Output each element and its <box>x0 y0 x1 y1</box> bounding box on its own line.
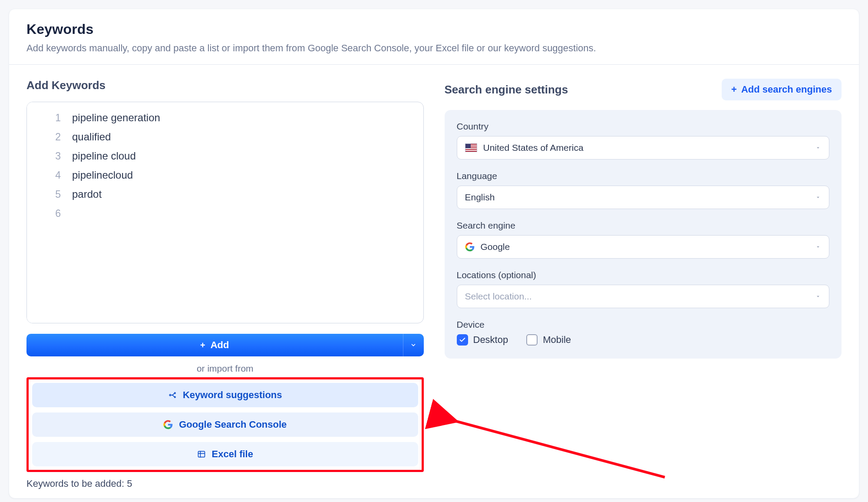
keywords-count-label: Keywords to be added: 5 <box>26 478 424 489</box>
plus-icon: + <box>200 340 205 350</box>
add-keywords-title: Add Keywords <box>26 79 424 92</box>
svg-point-2 <box>174 396 175 398</box>
keyword-line[interactable]: pipelinecloud <box>72 166 416 185</box>
chevron-down-icon <box>815 293 821 299</box>
country-label: Country <box>457 121 830 132</box>
svg-rect-3 <box>198 451 205 457</box>
add-button-label: Add <box>211 339 229 351</box>
device-desktop-checkbox[interactable]: Desktop <box>457 334 508 346</box>
import-excel-button[interactable]: Excel file <box>32 442 418 466</box>
keywords-textarea[interactable]: 123456 pipeline generation qualified pip… <box>26 102 424 323</box>
settings-title: Search engine settings <box>445 83 568 96</box>
chevron-down-icon <box>815 244 821 250</box>
check-icon <box>459 336 466 343</box>
language-label: Language <box>457 171 830 181</box>
device-field: Device Desktop Mobile <box>457 319 830 346</box>
keywords-card: Keywords Add keywords manually, copy and… <box>9 9 859 499</box>
chevron-down-icon <box>815 145 821 151</box>
google-icon <box>163 420 173 429</box>
engine-select[interactable]: Google <box>457 235 830 259</box>
add-keywords-column: Add Keywords 123456 pipeline generation … <box>26 79 424 489</box>
card-header: Keywords Add keywords manually, copy and… <box>9 9 859 65</box>
device-desktop-label: Desktop <box>473 334 508 346</box>
settings-panel: Country United States of America <box>445 110 842 359</box>
country-field: Country United States of America <box>457 121 830 160</box>
keyword-line[interactable]: qualified <box>72 127 416 146</box>
page-title: Keywords <box>26 21 842 37</box>
page-subtitle: Add keywords manually, copy and paste a … <box>26 43 842 54</box>
locations-label: Locations (optional) <box>457 270 830 280</box>
keywords-lines[interactable]: pipeline generation qualified pipeline c… <box>64 102 423 323</box>
import-keyword-suggestions-label: Keyword suggestions <box>183 389 282 401</box>
import-options-annotation: Keyword suggestions Google Search Consol… <box>26 377 424 472</box>
language-field: Language English <box>457 171 830 209</box>
add-search-engines-label: Add search engines <box>741 84 832 95</box>
locations-select[interactable]: Select location... <box>457 285 830 308</box>
engine-field: Search engine Google <box>457 220 830 259</box>
keywords-gutter: 123456 <box>27 102 64 323</box>
add-dropdown-toggle[interactable] <box>403 334 424 356</box>
keyword-line[interactable]: pipeline generation <box>72 108 416 127</box>
keyword-line[interactable]: pipeline cloud <box>72 146 416 166</box>
chevron-down-icon <box>410 342 416 348</box>
add-button-row: + Add <box>26 334 424 356</box>
import-excel-label: Excel file <box>212 449 253 460</box>
us-flag-icon <box>465 143 477 152</box>
card-body: Add Keywords 123456 pipeline generation … <box>9 65 859 498</box>
keyword-line[interactable]: pardot <box>72 185 416 204</box>
or-import-label: or import from <box>26 363 424 374</box>
add-search-engines-button[interactable]: + Add search engines <box>722 79 842 100</box>
language-value: English <box>465 192 495 203</box>
device-label: Device <box>457 319 830 330</box>
country-select[interactable]: United States of America <box>457 136 830 160</box>
import-keyword-suggestions-button[interactable]: Keyword suggestions <box>32 383 418 407</box>
country-value: United States of America <box>483 143 584 153</box>
excel-icon <box>197 450 206 459</box>
engine-value: Google <box>481 242 510 252</box>
suggestions-icon <box>168 391 177 399</box>
locations-placeholder: Select location... <box>465 291 532 302</box>
language-select[interactable]: English <box>457 186 830 209</box>
search-engine-settings-column: Search engine settings + Add search engi… <box>445 79 842 489</box>
import-gsc-button[interactable]: Google Search Console <box>32 412 418 437</box>
import-gsc-label: Google Search Console <box>179 419 287 430</box>
engine-label: Search engine <box>457 220 830 231</box>
google-icon <box>465 242 475 252</box>
add-button[interactable]: + Add <box>26 334 403 356</box>
locations-field: Locations (optional) Select location... <box>457 270 830 308</box>
device-mobile-label: Mobile <box>543 334 571 346</box>
chevron-down-icon <box>815 194 821 200</box>
svg-point-1 <box>174 392 175 394</box>
device-mobile-checkbox[interactable]: Mobile <box>526 334 571 346</box>
